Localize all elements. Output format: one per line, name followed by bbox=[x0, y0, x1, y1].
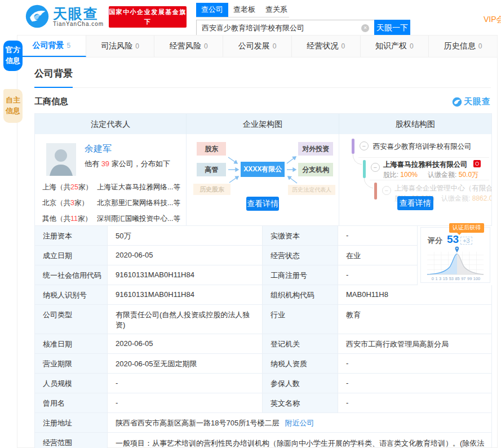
score-label: 评分 bbox=[428, 236, 442, 246]
actual-controller-flag-icon bbox=[473, 160, 481, 167]
collapse-node-icon[interactable]: − bbox=[360, 141, 369, 150]
page-title: 公司背景 bbox=[34, 67, 73, 88]
vip-link[interactable]: VIP会员 bbox=[484, 15, 501, 25]
score-bonus: +3 bbox=[460, 237, 472, 245]
equity-bar bbox=[352, 139, 354, 154]
search-tab-relation[interactable]: 查关系 bbox=[260, 3, 292, 17]
sidebar-tab-official-info[interactable]: 官方信息 bbox=[3, 41, 23, 71]
government-badge: 国家中小企业发展基金旗下 官方备案企业征信机构 bbox=[109, 6, 187, 28]
score-value: 53 bbox=[447, 233, 459, 246]
details-table: 注册资本 50万 实缴资本 - 成立日期 2020-06-05 经营状态 在业 … bbox=[34, 225, 492, 448]
equity-ratio-line: 股比: 100%认缴金额: 50.0万 bbox=[383, 170, 478, 180]
tab-company-background[interactable]: 公司背景5 bbox=[17, 36, 86, 57]
search-tabs: 查公司 查老板 查关系 bbox=[196, 3, 289, 17]
table-row: 曾用名 - 英文名称 - bbox=[34, 393, 492, 413]
overview-table: 法定代表人 企业架构图 股权结构图 余建 bbox=[34, 113, 492, 225]
tab-operating-status[interactable]: 经营状况0 bbox=[292, 36, 361, 57]
search-tab-boss[interactable]: 查老板 bbox=[228, 3, 260, 17]
equity-chart-cell: − 西安喜少教育培训学校有限公司 − 上海喜马拉雅科技有限公司 股比: 100%… bbox=[339, 134, 491, 225]
search-button[interactable]: 天眼一下 bbox=[374, 20, 410, 36]
eye-logo-icon bbox=[25, 4, 50, 29]
score-widget: 认证后获得 评分 53 +3 bbox=[420, 227, 490, 283]
search-tab-company[interactable]: 查公司 bbox=[196, 3, 228, 17]
org-box-outbound-investment: 对外投资 bbox=[298, 142, 333, 156]
tab-operating-risk[interactable]: 经营风险0 bbox=[154, 36, 223, 57]
col-header-legal-rep: 法定代表人 bbox=[35, 114, 187, 134]
org-chart-cell: 股东 高管 历史股东 XXXX有限公司 对外投资 分支机构 历史法定代表人 查看… bbox=[187, 134, 339, 225]
equity-bar bbox=[374, 183, 377, 199]
logo-domain: TianYanCha.com bbox=[53, 21, 104, 27]
legal-rep-name-link[interactable]: 余建军 bbox=[85, 143, 112, 155]
score-axis-labels: 01 315 5385 9799 100 bbox=[427, 276, 484, 281]
certification-badge: 认证后获得 bbox=[449, 223, 484, 233]
legal-rep-summary: 他有 39 家公司，分布如下 bbox=[85, 159, 170, 169]
bell-curve bbox=[424, 246, 486, 275]
tianyancha-watermark: 天眼查 bbox=[452, 96, 491, 107]
status-link[interactable]: 在业 bbox=[346, 251, 361, 260]
org-box-branches: 分支机构 bbox=[298, 163, 333, 176]
watermark-eye-icon bbox=[452, 97, 462, 107]
main-panel: 公司背景5 司法风险0 经营风险0 公司发展0 经营状况0 知识产权0 历史信息… bbox=[17, 35, 498, 448]
tab-judicial-risk[interactable]: 司法风险0 bbox=[86, 36, 155, 57]
org-box-company: XXXX有限公司 bbox=[241, 162, 285, 177]
distribution-row: 其他（共11家） 深圳雨汇国曦投资中心...等 bbox=[42, 211, 183, 225]
org-box-executives: 高管 bbox=[197, 163, 226, 176]
business-info-title: 工商信息 bbox=[34, 96, 68, 107]
score-pin-icon bbox=[455, 247, 459, 253]
table-row: 注册资本 50万 实缴资本 - bbox=[34, 226, 418, 246]
clear-search-icon[interactable]: ✕ bbox=[361, 24, 369, 32]
legal-rep-cell: 余建军 他有 39 家公司，分布如下 上海（共25家） 上海证大喜马拉雅网络..… bbox=[35, 134, 187, 225]
table-row: 统一社会信用代码 91610131MAB0H11H84 工商注册号 - bbox=[34, 265, 418, 285]
org-box-history-legal-rep: 历史法定代表人 bbox=[288, 185, 335, 195]
top-header: 天眼查 TianYanCha.com 国家中小企业发展基金旗下 官方备案企业征信… bbox=[0, 0, 501, 34]
org-box-shareholders: 股东 bbox=[197, 142, 226, 156]
org-box-history-shareholders: 历史股东 bbox=[193, 184, 230, 195]
table-row: 核准日期 2020-06-05 登记机关 西安市工商行政管理局高新分局 bbox=[34, 334, 492, 354]
tab-company-development[interactable]: 公司发展0 bbox=[223, 36, 292, 57]
table-row: 公司类型 有限责任公司(自然人投资或控股的法人独资) 行业 教育 bbox=[34, 305, 492, 334]
nearby-companies-link[interactable]: 附近公司 bbox=[285, 419, 314, 427]
avatar-placeholder-icon bbox=[46, 143, 76, 176]
table-row: 成立日期 2020-06-05 经营状态 在业 bbox=[34, 246, 418, 265]
distribution-row: 上海（共25家） 上海证大喜马拉雅网络...等 bbox=[42, 179, 183, 195]
tab-history-info[interactable]: 历史信息0 bbox=[429, 36, 497, 57]
equity-bar bbox=[363, 160, 366, 178]
table-row: 营业期限 2020-06-05至无固定期限 纳税人资质 - bbox=[34, 354, 492, 374]
company-distribution: 上海（共25家） 上海证大喜马拉雅网络...等 北京（共3家） 北京那里汇聚网络… bbox=[42, 179, 183, 225]
table-row: 人员规模 - 参保人数 - bbox=[34, 374, 492, 393]
search-input[interactable] bbox=[196, 20, 374, 36]
distribution-row: 北京（共3家） 北京那里汇聚网络科技...等 bbox=[42, 195, 183, 211]
equity-node-root: 西安喜少教育培训学校有限公司 bbox=[373, 142, 472, 152]
logo-title: 天眼查 bbox=[53, 6, 104, 21]
collapse-node-icon[interactable]: − bbox=[371, 163, 380, 172]
table-row: 纳税人识别号 91610131MAB0H11H84 组织机构代码 MAB0H11… bbox=[34, 285, 492, 305]
equity-chart-detail-button[interactable]: 查看详情 bbox=[397, 196, 433, 210]
equity-node-grandparent: 上海喜全企业管理中心（有限合伙） bbox=[394, 184, 491, 193]
table-row: 经营范围 一般项目：从事艺术培训的营利性民办培训机构（除面向中小学生开展的学科类… bbox=[34, 433, 492, 448]
page: 天眼查 TianYanCha.com 国家中小企业发展基金旗下 官方备案企业征信… bbox=[0, 0, 501, 448]
col-header-equity-chart: 股权结构图 bbox=[339, 114, 491, 134]
collapse-node-icon[interactable]: − bbox=[382, 186, 391, 195]
org-chart-detail-button[interactable]: 查看详情 bbox=[246, 197, 279, 211]
score-distribution-chart: 01 315 5385 9799 100 bbox=[421, 246, 490, 281]
col-header-org-chart: 企业架构图 bbox=[187, 114, 339, 134]
legal-rep-avatar[interactable] bbox=[46, 143, 76, 176]
tianyancha-logo[interactable]: 天眼查 TianYanCha.com bbox=[25, 4, 104, 29]
section-nav-tabs: 公司背景5 司法风险0 经营风险0 公司发展0 经营状况0 知识产权0 历史信息… bbox=[17, 36, 497, 57]
search-area: 查公司 查老板 查关系 ✕ 天眼一下 bbox=[196, 3, 410, 36]
equity-node-shareholder: 上海喜马拉雅科技有限公司 bbox=[383, 160, 468, 170]
sidebar-tab-self-info[interactable]: 自主信息 bbox=[3, 89, 23, 123]
tab-intellectual-property[interactable]: 知识产权0 bbox=[361, 36, 429, 57]
table-row: 注册地址 陕西省西安市高新区高新一路18号705所1号楼二层附近公司 bbox=[34, 413, 492, 433]
